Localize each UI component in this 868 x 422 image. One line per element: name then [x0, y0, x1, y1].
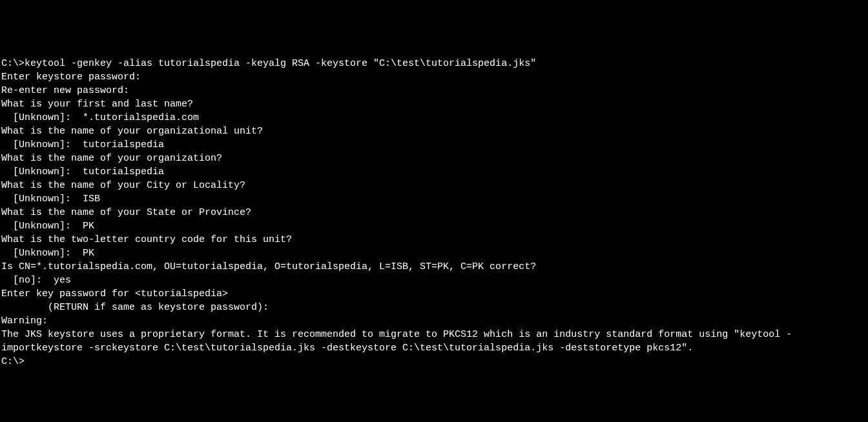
terminal-output[interactable]: C:\>keytool -genkey -alias tutorialspedi…	[1, 57, 867, 368]
terminal-line: Enter key password for <tutorialspedia>	[1, 287, 867, 301]
terminal-line: C:\>keytool -genkey -alias tutorialspedi…	[1, 57, 867, 70]
terminal-line: Warning:	[1, 314, 867, 328]
terminal-line: [Unknown]: tutorialspedia	[1, 138, 867, 152]
terminal-line: Is CN=*.tutorialspedia.com, OU=tutorials…	[1, 260, 867, 274]
terminal-line: What is your first and last name?	[1, 97, 867, 111]
terminal-line: [Unknown]: PK	[1, 246, 867, 260]
terminal-line: [Unknown]: ISB	[1, 192, 867, 206]
terminal-line: [Unknown]: PK	[1, 219, 867, 233]
terminal-line: What is the two-letter country code for …	[1, 233, 867, 246]
terminal-line: [Unknown]: tutorialspedia	[1, 165, 867, 179]
terminal-line: Re-enter new password:	[1, 84, 867, 97]
terminal-line: Enter keystore password:	[1, 70, 867, 84]
terminal-line: What is the name of your City or Localit…	[1, 179, 867, 192]
terminal-line: What is the name of your organization?	[1, 152, 867, 165]
terminal-line: [Unknown]: *.tutorialspedia.com	[1, 111, 867, 125]
terminal-line: [no]: yes	[1, 274, 867, 287]
command-prompt[interactable]: C:\>	[1, 355, 867, 368]
terminal-line: What is the name of your organizational …	[1, 125, 867, 138]
terminal-line: What is the name of your State or Provin…	[1, 206, 867, 219]
terminal-line: (RETURN if same as keystore password):	[1, 301, 867, 314]
terminal-line: The JKS keystore uses a proprietary form…	[1, 328, 867, 355]
